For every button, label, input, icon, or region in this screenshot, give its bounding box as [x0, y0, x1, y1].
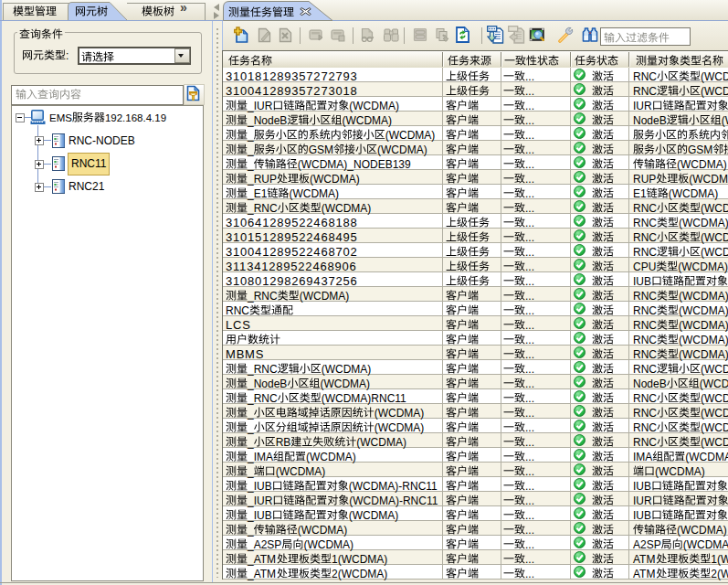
- svg-text:...: ...: [525, 391, 534, 404]
- svg-text:...: ...: [525, 318, 534, 331]
- svg-text:...: ...: [525, 157, 534, 170]
- svg-text:ATM: ATM: [633, 552, 655, 565]
- svg-text:(WCDMA): (WCDMA): [677, 523, 727, 536]
- svg-text:...: ...: [525, 289, 534, 302]
- svg-text:...: ...: [525, 464, 534, 477]
- svg-text:(WCDMA): (WCDMA): [303, 537, 353, 550]
- svg-text:(WCDMA): (WCDMA): [349, 508, 399, 521]
- svg-text:IUB: IUB: [633, 274, 651, 287]
- svg-text:(WCDMA): (WCDMA): [322, 362, 372, 375]
- svg-text:_: _: [247, 435, 254, 448]
- svg-text:...: ...: [525, 450, 534, 463]
- svg-text:E1: E1: [633, 186, 647, 199]
- svg-text:NodeB: NodeB: [633, 113, 667, 126]
- svg-text:_ATM: _ATM: [247, 552, 276, 565]
- svg-text:...: ...: [525, 362, 534, 375]
- svg-text:_A2SP: _A2SP: [247, 537, 281, 550]
- svg-text:RNC: RNC: [633, 435, 657, 448]
- svg-text:...: ...: [525, 377, 534, 389]
- svg-text:_IMA: _IMA: [247, 450, 273, 463]
- svg-text:RNC: RNC: [633, 420, 657, 433]
- svg-text:...: ...: [525, 172, 534, 185]
- svg-text::: :: [66, 49, 69, 62]
- svg-text:_RNC: _RNC: [247, 391, 278, 404]
- svg-text:(WCDMA): (WCDMA): [276, 464, 326, 477]
- svg-text:(WCDMA): (WCDMA): [322, 201, 372, 214]
- svg-text:(WCDMA): (WCDMA): [677, 157, 727, 170]
- svg-text:...: ...: [525, 435, 534, 448]
- svg-text:_IUR: _IUR: [247, 494, 273, 506]
- svg-text:GSM: GSM: [688, 143, 712, 155]
- svg-text:(WCDMA): (WCDMA): [298, 523, 348, 536]
- svg-text:(WCDMA): (WCDMA): [669, 186, 719, 199]
- svg-text:...: ...: [525, 523, 534, 536]
- svg-text:1(WCDMA): 1(WCDMA): [332, 552, 387, 565]
- svg-text:(WCDMA): (WCDMA): [377, 143, 427, 155]
- svg-text:...: ...: [525, 303, 534, 316]
- svg-text:...: ...: [525, 84, 534, 97]
- svg-text:_: _: [247, 464, 254, 477]
- svg-text:...: ...: [525, 347, 534, 360]
- svg-text:(WCDMA): (WCDMA): [679, 289, 728, 302]
- svg-text:(WCDMA): (WCDMA): [701, 245, 728, 258]
- svg-text:RNC: RNC: [633, 216, 657, 229]
- svg-text:(WCDMA): (WCDMA): [679, 303, 728, 316]
- svg-text:_IUB: _IUB: [247, 479, 272, 492]
- svg-text:1(WCDMA): 1(WCDMA): [711, 552, 728, 565]
- svg-text:(WCDMA): (WCDMA): [701, 201, 728, 214]
- svg-text:RNC: RNC: [633, 230, 657, 243]
- svg-text:IUR: IUR: [633, 99, 652, 112]
- svg-text:_: _: [247, 406, 254, 419]
- svg-text:RNC: RNC: [226, 303, 249, 316]
- svg-text:RUP: RUP: [633, 172, 656, 185]
- svg-text:(WCDMA): (WCDMA): [310, 172, 360, 185]
- svg-text:(WCDMA): (WCDMA): [342, 113, 392, 126]
- svg-text:(WCDMA): (WCDMA): [306, 450, 356, 463]
- svg-text:...: ...: [525, 186, 534, 199]
- svg-text:RNC: RNC: [633, 245, 657, 258]
- svg-text:IMA: IMA: [633, 450, 652, 463]
- svg-text:2(WCDMA): 2(WCDMA): [332, 567, 387, 580]
- svg-text:(WCDMA): (WCDMA): [701, 391, 728, 404]
- svg-text:(WCDMA): (WCDMA): [679, 347, 728, 360]
- svg-text:_NodeB: _NodeB: [247, 113, 287, 126]
- svg-text:(WCDMA): (WCDMA): [701, 362, 728, 375]
- svg-text:...: ...: [525, 128, 534, 141]
- svg-text:_RNC: _RNC: [247, 289, 278, 302]
- svg-text:_: _: [247, 143, 254, 155]
- svg-text:2(WCDMA): 2(WCDMA): [711, 567, 728, 580]
- svg-text:RNC: RNC: [633, 362, 657, 375]
- svg-text:(WCDMA): (WCDMA): [320, 377, 370, 389]
- svg-text:...: ...: [525, 552, 534, 565]
- svg-text:(WCDMA): (WCDMA): [679, 318, 728, 331]
- svg-text:(WCDMA): (WCDMA): [722, 113, 728, 126]
- svg-text:RNC: RNC: [633, 303, 657, 316]
- svg-text:_RNC: _RNC: [247, 362, 278, 375]
- svg-text:_ATM: _ATM: [247, 567, 276, 580]
- svg-text:(WCDMA): (WCDMA): [700, 377, 728, 389]
- svg-text:(WCDMA)_NODEB139: (WCDMA)_NODEB139: [298, 157, 411, 170]
- svg-text:_RUP: _RUP: [247, 172, 277, 185]
- svg-text:RNC: RNC: [633, 391, 657, 404]
- svg-text:_E1: _E1: [247, 186, 268, 199]
- svg-text:RNC: RNC: [633, 69, 657, 82]
- svg-text:192.168.4.19: 192.168.4.19: [105, 112, 166, 123]
- svg-text:...: ...: [525, 274, 534, 287]
- svg-text:...: ...: [525, 216, 534, 229]
- svg-text:RNC: RNC: [633, 289, 657, 302]
- svg-text:IUR: IUR: [633, 494, 652, 506]
- svg-text:(WCDMA): (WCDMA): [679, 216, 728, 229]
- svg-text:_RNC: _RNC: [247, 201, 278, 214]
- svg-text:RNC: RNC: [633, 201, 657, 214]
- svg-text:(WCDMA): (WCDMA): [701, 84, 728, 97]
- svg-text:(WCDMA): (WCDMA): [689, 172, 728, 185]
- svg-text:(WCDMA): (WCDMA): [701, 435, 728, 448]
- svg-text:...: ...: [525, 201, 534, 214]
- svg-text:RNC: RNC: [633, 347, 657, 360]
- svg-text:...: ...: [525, 99, 534, 112]
- svg-text:_IUB: _IUB: [247, 508, 272, 521]
- svg-text:_: _: [247, 420, 254, 433]
- svg-text:...: ...: [525, 420, 534, 433]
- svg-text:_: _: [247, 128, 254, 141]
- svg-text:(WCDMA): (WCDMA): [375, 406, 425, 419]
